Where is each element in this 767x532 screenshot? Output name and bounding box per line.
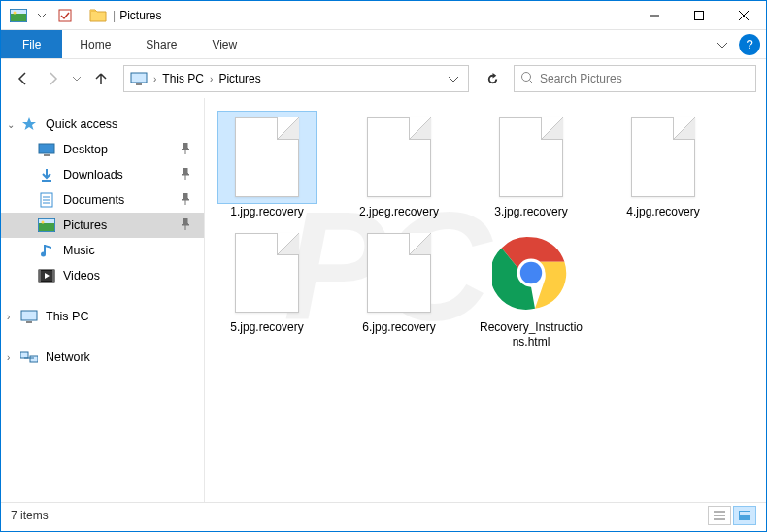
sidebar-item-label: Music <box>63 244 95 257</box>
file-label: 1.jpg.recovery <box>230 205 303 219</box>
ribbon-expand-button[interactable] <box>710 30 735 58</box>
tab-share[interactable]: Share <box>128 30 194 58</box>
network-icon <box>20 349 38 365</box>
svg-rect-29 <box>26 321 32 323</box>
svg-rect-28 <box>21 311 37 320</box>
music-icon <box>38 243 55 258</box>
svg-rect-40 <box>740 512 750 515</box>
tab-view[interactable]: View <box>194 30 254 58</box>
qat-properties-icon[interactable] <box>55 6 75 25</box>
file-item[interactable]: 1.jpg.recovery <box>211 112 323 219</box>
recent-dropdown[interactable] <box>69 66 84 91</box>
address-bar[interactable]: › This PC › Pictures <box>123 65 469 92</box>
sidebar-item-this-pc[interactable]: › This PC <box>1 304 204 329</box>
svg-rect-10 <box>136 83 142 85</box>
file-icon <box>235 117 299 197</box>
svg-rect-14 <box>44 154 50 156</box>
svg-rect-6 <box>695 11 704 19</box>
minimize-button[interactable] <box>632 1 677 30</box>
maximize-button[interactable] <box>677 1 721 30</box>
sidebar-item-music[interactable]: Music <box>1 238 204 263</box>
file-label: 4.jpg.recovery <box>626 205 699 219</box>
downloads-icon <box>38 167 55 183</box>
file-icon <box>631 117 695 197</box>
qat-dropdown-icon[interactable] <box>32 6 51 25</box>
svg-line-12 <box>530 80 534 83</box>
pc-icon <box>130 72 148 85</box>
help-button[interactable]: ? <box>739 34 760 55</box>
svg-rect-30 <box>20 352 28 358</box>
back-button[interactable] <box>11 66 36 91</box>
chevron-right-icon[interactable]: › <box>151 74 158 84</box>
star-icon <box>20 116 38 132</box>
sidebar-item-label: Pictures <box>63 218 107 232</box>
address-dropdown-icon[interactable] <box>441 70 466 87</box>
file-item[interactable]: 2.jpeg.recovery <box>343 112 455 219</box>
caret-right-icon[interactable]: › <box>7 312 10 322</box>
file-icon-wrap <box>218 112 316 203</box>
sidebar-item-label: Downloads <box>63 168 123 182</box>
pin-icon <box>181 193 190 207</box>
ribbon-tabs: File Home Share View ? <box>1 30 766 59</box>
file-item[interactable]: 5.jpg.recovery <box>211 227 323 349</box>
search-input[interactable]: Search Pictures <box>514 65 756 92</box>
qat-separator <box>83 7 83 24</box>
file-item[interactable]: Recovery_Instructions.html <box>475 227 587 349</box>
up-button[interactable] <box>88 66 114 91</box>
breadcrumb-this-pc[interactable]: This PC <box>158 72 208 85</box>
svg-point-24 <box>41 252 46 257</box>
svg-rect-27 <box>52 270 54 282</box>
svg-point-11 <box>522 72 531 81</box>
navigation-pane: ⌄ Quick access DesktopDownloadsDocuments… <box>1 98 205 502</box>
sidebar-item-label: Videos <box>63 269 100 283</box>
status-bar: 7 items <box>1 502 766 527</box>
tab-home[interactable]: Home <box>62 30 128 58</box>
file-item[interactable]: 4.jpg.recovery <box>607 112 719 219</box>
view-details-button[interactable] <box>708 506 731 525</box>
view-large-icons-button[interactable] <box>733 506 756 525</box>
search-placeholder: Search Pictures <box>540 72 622 85</box>
chevron-right-icon[interactable]: › <box>208 74 215 84</box>
search-icon <box>520 71 534 87</box>
file-icon-wrap <box>218 227 316 318</box>
breadcrumb-pictures[interactable]: Pictures <box>215 72 264 85</box>
sidebar-item-pictures[interactable]: Pictures <box>1 213 204 238</box>
item-count: 7 items <box>11 509 49 522</box>
sidebar-item-network[interactable]: › Network <box>1 345 204 370</box>
file-grid[interactable]: 1.jpg.recovery2.jpeg.recovery3.jpg.recov… <box>205 98 766 502</box>
sidebar-item-label: Desktop <box>63 143 108 156</box>
sidebar-item-label: Documents <box>63 193 124 207</box>
folder-icon <box>89 7 107 24</box>
sidebar-item-videos[interactable]: Videos <box>1 263 204 288</box>
svg-rect-13 <box>39 144 54 153</box>
title-bar: | Pictures <box>1 1 766 30</box>
caret-down-icon[interactable]: ⌄ <box>7 119 15 130</box>
pin-icon <box>181 168 190 182</box>
file-icon <box>367 233 431 313</box>
file-tab[interactable]: File <box>1 30 62 58</box>
refresh-button[interactable] <box>479 65 506 92</box>
window-title: Pictures <box>119 9 161 22</box>
svg-rect-31 <box>30 356 38 362</box>
file-icon <box>235 233 299 313</box>
file-label: 3.jpg.recovery <box>494 205 567 219</box>
sidebar-item-quick-access[interactable]: ⌄ Quick access <box>1 112 204 137</box>
file-label: Recovery_Instructions.html <box>478 320 584 349</box>
sidebar-item-documents[interactable]: Documents <box>1 187 204 213</box>
svg-point-23 <box>42 221 45 224</box>
svg-rect-22 <box>39 223 54 231</box>
svg-rect-1 <box>11 10 26 14</box>
file-icon <box>499 117 563 197</box>
file-icon-wrap <box>615 112 712 203</box>
desktop-icon <box>38 142 55 157</box>
close-button[interactable] <box>721 1 766 30</box>
file-item[interactable]: 6.jpg.recovery <box>343 227 455 349</box>
svg-rect-26 <box>39 270 41 282</box>
file-item[interactable]: 3.jpg.recovery <box>475 112 587 219</box>
file-icon-wrap <box>483 112 580 203</box>
sidebar-item-downloads[interactable]: Downloads <box>1 162 204 187</box>
sidebar-item-desktop[interactable]: Desktop <box>1 137 204 162</box>
caret-right-icon[interactable]: › <box>7 352 10 363</box>
forward-button[interactable] <box>40 66 65 91</box>
pc-icon <box>20 309 38 324</box>
